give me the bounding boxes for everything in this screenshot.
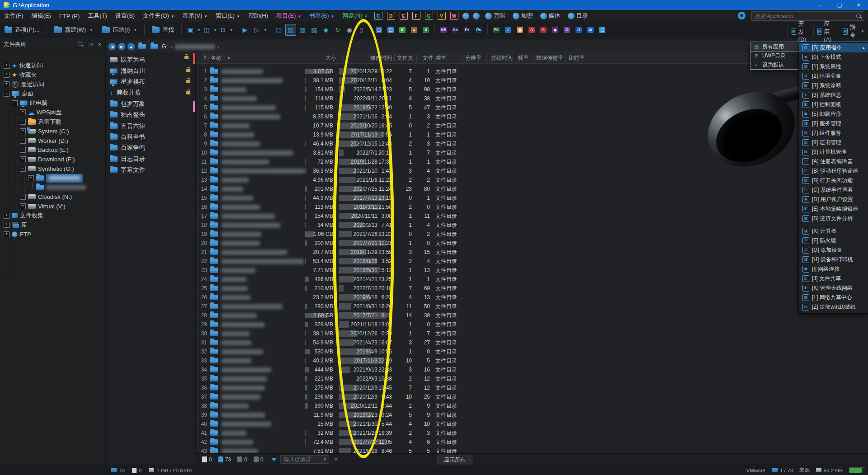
- column-header-7[interactable]: 类型: [436, 54, 447, 62]
- favorite-item-3[interactable]: 星罗棋布: [106, 76, 195, 87]
- drive-badge-e[interactable]: E: [400, 12, 408, 20]
- command-item-21[interactable]: ⊞[F] 防火墙: [799, 236, 868, 245]
- tree-expander-icon[interactable]: +: [20, 119, 26, 125]
- tree-expander-icon[interactable]: +: [4, 72, 9, 78]
- file-row[interactable]: 1172 MB2019/11/2817:3111文件目录: [196, 157, 868, 166]
- command-item-10[interactable]: ▧[7] 组件服务: [799, 128, 868, 138]
- app-source-item-1[interactable]: ▤所有应用: [750, 42, 799, 51]
- file-row[interactable]: 68.35 MB2021/1/162:5413文件目录: [196, 112, 868, 121]
- user-icon[interactable]: ◉: [344, 24, 355, 36]
- sidebar-item-9[interactable]: +Worker (D:): [20, 136, 68, 145]
- file-row[interactable]: 16113 MB2018/3/1121:5020文件目录: [196, 202, 868, 212]
- file-row[interactable]: 1834 MB2020/2/137:4114文件目录: [196, 221, 868, 230]
- tree-expander-icon[interactable]: +: [20, 194, 26, 200]
- command-item-7[interactable]: ◧[4] 控制面板: [799, 100, 868, 109]
- tree-expander-icon[interactable]: -: [20, 166, 26, 172]
- file-row[interactable]: 4015 MB2021/1/305:44410文件目录: [196, 419, 868, 428]
- command-item-9[interactable]: ◨[6] 服务管理: [799, 119, 868, 128]
- sidebar-item-1[interactable]: +★快速访问: [4, 61, 43, 70]
- command-item-19[interactable]: ▦[S] 蓝屏文件分析: [799, 214, 868, 223]
- drive-badge-c[interactable]: C: [374, 12, 382, 20]
- sidebar-item-2[interactable]: +★收藏夹: [4, 71, 37, 80]
- file-row[interactable]: 2253.4 MB2018/8/263:5224文件目录: [196, 257, 868, 266]
- command-item-25[interactable]: ◫[J] 文件共享: [799, 274, 868, 283]
- tree-expander-icon[interactable]: +: [4, 63, 9, 69]
- file-row[interactable]: 437.51 MB2021/8/298:4655文件目录: [196, 447, 868, 453]
- command-item-23[interactable]: ◨[H] 设备和打印机: [799, 255, 868, 264]
- command-item-3[interactable]: ▥[1] 系统属性: [799, 62, 868, 71]
- drive-badge-v[interactable]: V: [438, 12, 446, 20]
- column-header-10[interactable]: 帧率: [518, 54, 529, 62]
- app-source-item-3[interactable]: ✓设为默认: [750, 60, 799, 69]
- toolbar-button-4[interactable]: 查找: [147, 24, 179, 36]
- tree-pin-icon[interactable]: ⊡: [90, 42, 94, 47]
- sidebar-item-6[interactable]: +☁WPS网盘: [20, 108, 62, 117]
- tree-expander-icon[interactable]: +: [20, 203, 26, 209]
- drive-badge-w[interactable]: W: [450, 12, 458, 20]
- tree-expander-icon[interactable]: +: [4, 213, 9, 219]
- sidebar-item-3[interactable]: +最近访问: [4, 80, 44, 89]
- breadcrumb-drive[interactable]: G:: [162, 43, 168, 50]
- command-item-13[interactable]: ⊟[A] 注册表编辑器: [799, 157, 868, 166]
- tree-expander-icon[interactable]: +: [20, 138, 26, 144]
- file-row[interactable]: 25210 MB2022/7/1020:18769文件目录: [196, 284, 868, 293]
- tree-expander-icon[interactable]: +: [4, 81, 9, 87]
- copy-icon[interactable]: ▣: [185, 24, 196, 36]
- file-row[interactable]: 813.9 MB2017/11/130:5611文件目录: [196, 130, 868, 139]
- pr-icon[interactable]: Pr: [462, 24, 472, 36]
- toolbar-button-3[interactable]: 压缩(I)▼: [98, 24, 142, 36]
- app-blue2-icon[interactable]: ▢: [385, 24, 396, 36]
- close-button[interactable]: ✕: [849, 0, 868, 10]
- command-item-28[interactable]: ▤[Z] 提取win10壁纸: [799, 302, 868, 312]
- ps-icon[interactable]: Ps: [473, 24, 484, 36]
- command-item-12[interactable]: ▦[9] 计算机管理: [799, 147, 868, 157]
- maximize-button[interactable]: ▢: [830, 0, 849, 10]
- sheet-icon[interactable]: X: [420, 24, 431, 36]
- file-row[interactable]: 1544.9 MB2017/7/1323:1301文件目录: [196, 193, 868, 202]
- menu-item-5[interactable]: 设置(S): [111, 12, 139, 20]
- file-row[interactable]: 4114 MB2022/9/1120:11438文件目录: [196, 94, 868, 103]
- file-row[interactable]: 282.69 GB2017/7/218:471439文件目录: [196, 311, 868, 320]
- favorite-item-6[interactable]: 独占鳌头: [106, 109, 195, 120]
- file-row[interactable]: 36275 MB2020/12/910:45712文件目录: [196, 383, 868, 392]
- menu-tool-1[interactable]: 万能: [481, 12, 509, 20]
- menu-item-9[interactable]: 帮助(H): [244, 12, 272, 20]
- orange-box-icon[interactable]: ▣: [514, 24, 525, 36]
- favorite-item-11[interactable]: 字幕文件: [106, 165, 195, 175]
- favorite-item-4[interactable]: ↓兼收并蓄: [106, 87, 195, 98]
- column-header-9[interactable]: 持续时间: [491, 54, 513, 62]
- file-row[interactable]: 3911.9 MB2019/2/2319:2459文件目录: [196, 410, 868, 419]
- search-input[interactable]: [752, 13, 856, 19]
- ae-icon[interactable]: Ae: [450, 24, 461, 36]
- file-row[interactable]: 29329 MB2021/11/1813:0410文件目录: [196, 320, 868, 329]
- cube-3d-icon[interactable]: ◆: [321, 24, 331, 36]
- column-header-5[interactable]: 文件夹: [393, 54, 413, 62]
- app-source-item-2[interactable]: ⊞UWP目录: [750, 51, 799, 60]
- menu-tool-3[interactable]: 媒体: [537, 12, 564, 20]
- menu-item-11[interactable]: 书签(B)▼: [305, 12, 338, 20]
- sidebar-item-15[interactable]: +Cloudisk (N:): [20, 193, 72, 202]
- menu-tool-2[interactable]: 加密: [509, 12, 537, 20]
- command-item-14[interactable]: ◫[B] 驱动程序验证器: [799, 166, 868, 176]
- favorite-item-8[interactable]: 百科全书: [106, 132, 195, 142]
- file-row[interactable]: 946.4 MB2020/12/1512:4823文件目录: [196, 139, 868, 148]
- file-row[interactable]: 3038.1 MB2020/12/260:3917文件目录: [196, 329, 868, 338]
- file-row[interactable]: 3340.2 MB2017/11/322:49105文件目录: [196, 356, 868, 365]
- file-row[interactable]: 37296 MB2020/12/99:431025文件目录: [196, 392, 868, 401]
- drive-badge-g[interactable]: G: [425, 12, 433, 20]
- vs-icon[interactable]: VS: [438, 24, 449, 36]
- feedback-smiley-icon[interactable]: ☻: [738, 12, 745, 19]
- sidebar-item-18[interactable]: +库: [4, 221, 27, 230]
- pc-icon[interactable]: PC: [491, 24, 502, 36]
- view-thumbs-icon[interactable]: ▧: [309, 24, 320, 36]
- topright-button-3[interactable]: ▦指令▼: [839, 26, 868, 37]
- command-item-24[interactable]: ▣[I] 网络连接: [799, 264, 868, 274]
- column-header-11[interactable]: 数据传输率: [536, 54, 563, 62]
- command-item-20[interactable]: ◪[X] 计算器: [799, 226, 868, 236]
- file-row[interactable]: 17154 MB2020/11/113:08111文件目录: [196, 212, 868, 221]
- favorite-item-2[interactable]: 海纳百川: [106, 65, 195, 76]
- lock-icon[interactable]: ◘: [217, 24, 228, 36]
- j-app-icon[interactable]: J: [573, 24, 584, 36]
- menu-item-1[interactable]: 文件(F): [0, 12, 28, 20]
- nav-up-icon[interactable]: ▲: [127, 43, 135, 50]
